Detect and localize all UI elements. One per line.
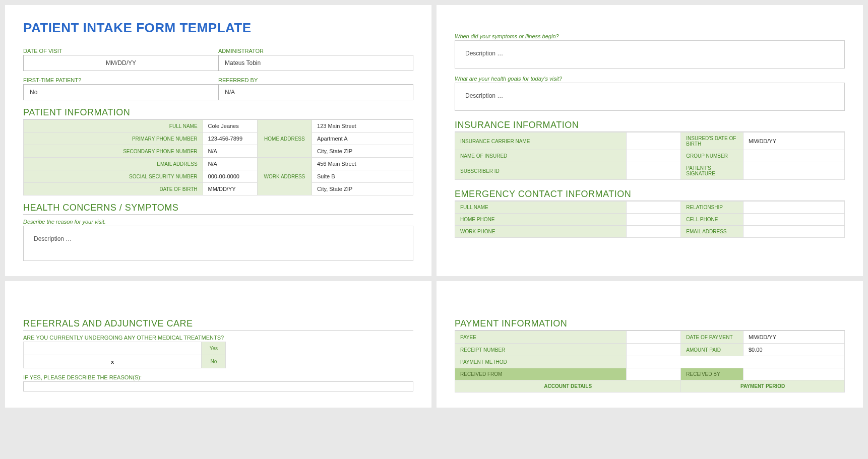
home-addr-3[interactable]: City, State ZIP bbox=[312, 145, 413, 158]
ap-label: AMOUNT PAID bbox=[681, 344, 743, 356]
ec-cp-label: CELL PHONE bbox=[681, 214, 743, 226]
page-1: PATIENT INTAKE FORM TEMPLATE DATE OF VIS… bbox=[5, 5, 431, 276]
admin-label: ADMINISTRATOR bbox=[218, 45, 413, 55]
pm-input[interactable] bbox=[627, 356, 845, 368]
ec-wp-label: WORK PHONE bbox=[455, 226, 627, 238]
idob-input[interactable]: MM/DD/YY bbox=[743, 133, 845, 150]
dov-label: DATE OF VISIT bbox=[23, 45, 218, 55]
spn-label: SECONDARY PHONE NUMBER bbox=[24, 145, 203, 158]
dob-label: DATE OF BIRTH bbox=[24, 183, 203, 195]
ref-input[interactable]: N/A bbox=[218, 84, 413, 100]
pp-header: PAYMENT PERIOD bbox=[681, 380, 845, 392]
emergency-heading: EMERGENCY CONTACT INFORMATION bbox=[455, 189, 845, 201]
page-3: REFERRALS AND ADJUNCTIVE CARE ARE YOU CU… bbox=[5, 281, 431, 408]
health-goals-prompt: What are your health goals for today's v… bbox=[455, 76, 845, 82]
payment-heading: PAYMENT INFORMATION bbox=[455, 318, 845, 331]
email-input[interactable]: N/A bbox=[203, 158, 257, 170]
yes-label: Yes bbox=[202, 342, 226, 355]
work-addr-2[interactable]: Suite B bbox=[312, 170, 413, 183]
noi-input[interactable] bbox=[627, 150, 681, 162]
idob-label: INSURED'S DATE OF BIRTH bbox=[681, 133, 743, 150]
dop-label: DATE OF PAYMENT bbox=[681, 331, 743, 344]
rb-input[interactable] bbox=[743, 368, 845, 380]
spn-input[interactable]: N/A bbox=[203, 145, 257, 158]
full-name-input[interactable]: Cole Jeanes bbox=[203, 120, 257, 133]
dop-input[interactable]: MM/DD/YY bbox=[743, 331, 845, 344]
health-goals-input[interactable]: Description … bbox=[455, 83, 845, 111]
pm-label: PAYMENT METHOD bbox=[455, 356, 627, 368]
rb-label: RECEIVED BY bbox=[681, 368, 743, 380]
carrier-input[interactable] bbox=[627, 133, 681, 150]
yesno-table: Yes x No bbox=[23, 342, 226, 368]
ad-header: ACCOUNT DETAILS bbox=[455, 380, 681, 392]
yes-check[interactable] bbox=[24, 342, 202, 355]
ec-wp-input[interactable] bbox=[627, 226, 681, 238]
ec-rel-label: RELATIONSHIP bbox=[681, 202, 743, 214]
visit-reason-input[interactable]: Description … bbox=[23, 226, 413, 261]
health-concerns-heading: HEALTH CONCERNS / SYMPTOMS bbox=[23, 203, 413, 215]
ref-label: REFERRED BY bbox=[218, 74, 413, 84]
home-addr-1[interactable]: 123 Main Street bbox=[312, 120, 413, 133]
ftp-label: FIRST-TIME PATIENT? bbox=[23, 74, 218, 84]
ec-hp-input[interactable] bbox=[627, 214, 681, 226]
ssn-label: SOCIAL SECURITY NUMBER bbox=[24, 170, 203, 183]
home-addr-2[interactable]: Apartment A bbox=[312, 133, 413, 145]
insurance-table: INSURANCE CARRIER NAME INSURED'S DATE OF… bbox=[455, 132, 845, 180]
patient-info-table: FULL NAME Cole Jeanes HOME ADDRESS 123 M… bbox=[23, 119, 413, 195]
patient-info-heading: PATIENT INFORMATION bbox=[23, 107, 413, 119]
ec-fn-input[interactable] bbox=[627, 202, 681, 214]
ssn-input[interactable]: 000-00-0000 bbox=[203, 170, 257, 183]
dob-input[interactable]: MM/DD/YY bbox=[203, 183, 257, 195]
carrier-label: INSURANCE CARRIER NAME bbox=[455, 133, 627, 150]
ec-hp-label: HOME PHONE bbox=[455, 214, 627, 226]
email-label: EMAIL ADDRESS bbox=[24, 158, 203, 170]
rn-label: RECEIPT NUMBER bbox=[455, 344, 627, 356]
form-title: PATIENT INTAKE FORM TEMPLATE bbox=[23, 20, 413, 36]
symptoms-begin-input[interactable]: Description … bbox=[455, 40, 845, 69]
work-addr-1[interactable]: 456 Main Street bbox=[312, 158, 413, 170]
work-addr-label: WORK ADDRESS bbox=[257, 158, 312, 195]
admin-input[interactable]: Mateus Tobin bbox=[218, 55, 413, 71]
gn-label: GROUP NUMBER bbox=[681, 150, 743, 162]
ftp-input[interactable]: No bbox=[23, 84, 218, 100]
sub-input[interactable] bbox=[627, 162, 681, 180]
sig-label: PATIENT'S SIGNATURE bbox=[681, 162, 743, 180]
reason-input[interactable] bbox=[23, 381, 413, 391]
ppn-label: PRIMARY PHONE NUMBER bbox=[24, 133, 203, 145]
ap-input[interactable]: $0.00 bbox=[743, 344, 845, 356]
work-addr-3[interactable]: City, State ZIP bbox=[312, 183, 413, 195]
ec-em-label: EMAIL ADDRESS bbox=[681, 226, 743, 238]
dov-input[interactable]: MM/DD/YY bbox=[23, 55, 218, 71]
payee-input[interactable] bbox=[627, 331, 681, 344]
payment-table: PAYEE DATE OF PAYMENT MM/DD/YY RECEIPT N… bbox=[455, 331, 845, 392]
visit-reason-prompt: Describe the reason for your visit. bbox=[23, 219, 413, 225]
ppn-input[interactable]: 123-456-7899 bbox=[203, 133, 257, 145]
ec-rel-input[interactable] bbox=[743, 202, 845, 214]
reason-prompt: IF YES, PLEASE DESCRIBE THE REASON(S): bbox=[23, 374, 413, 380]
page-4: PAYMENT INFORMATION PAYEE DATE OF PAYMEN… bbox=[437, 281, 863, 408]
rf-input[interactable] bbox=[627, 368, 681, 380]
sub-label: SUBSCRIBER ID bbox=[455, 162, 627, 180]
symptoms-begin-prompt: When did your symptoms or illness begin? bbox=[455, 33, 845, 39]
home-addr-label: HOME ADDRESS bbox=[257, 120, 312, 158]
rf-label: RECEIVED FROM bbox=[455, 368, 627, 380]
no-check[interactable]: x bbox=[24, 355, 202, 368]
ec-fn-label: FULL NAME bbox=[455, 202, 627, 214]
insurance-heading: INSURANCE INFORMATION bbox=[455, 120, 845, 132]
payee-label: PAYEE bbox=[455, 331, 627, 344]
page-2: When did your symptoms or illness begin?… bbox=[437, 5, 863, 276]
ec-cp-input[interactable] bbox=[743, 214, 845, 226]
noi-label: NAME OF INSURED bbox=[455, 150, 627, 162]
gn-input[interactable] bbox=[743, 150, 845, 162]
emergency-table: FULL NAME RELATIONSHIP HOME PHONE CELL P… bbox=[455, 201, 845, 238]
rn-input[interactable] bbox=[627, 344, 681, 356]
ec-em-input[interactable] bbox=[743, 226, 845, 238]
no-label: No bbox=[202, 355, 226, 368]
sig-input[interactable] bbox=[743, 162, 845, 180]
treatments-question: ARE YOU CURRENTLY UNDERGOING ANY OTHER M… bbox=[23, 335, 413, 341]
full-name-label: FULL NAME bbox=[24, 120, 203, 133]
referrals-heading: REFERRALS AND ADJUNCTIVE CARE bbox=[23, 318, 413, 331]
